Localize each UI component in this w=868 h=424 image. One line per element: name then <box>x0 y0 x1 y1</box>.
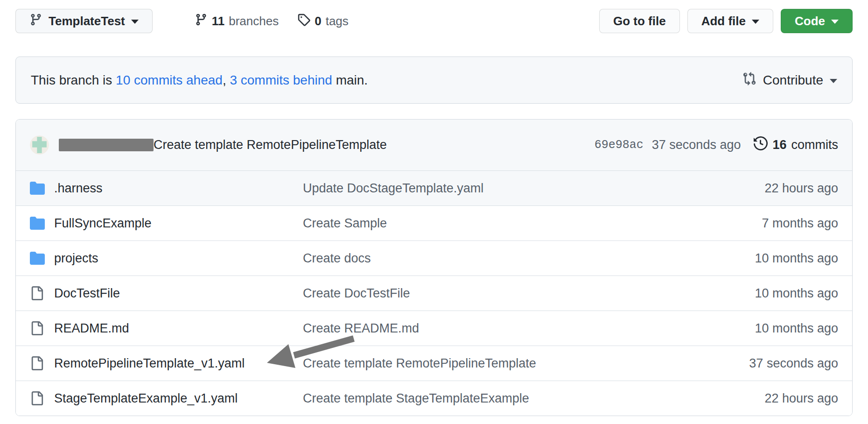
status-prefix: This branch is <box>31 73 116 87</box>
commit-history-link[interactable]: 16 commits <box>754 136 838 154</box>
add-file-label: Add file <box>701 14 746 28</box>
file-commit-message-link[interactable]: Create DocTestFile <box>303 286 755 301</box>
avatar[interactable] <box>30 135 49 155</box>
file-name-link[interactable]: projects <box>54 251 303 266</box>
branch-selector-button[interactable]: TemplateTest <box>15 9 153 33</box>
branch-status-banner: This branch is 10 commits ahead, 3 commi… <box>15 57 853 104</box>
branches-count: 11 <box>212 14 225 28</box>
file-rows: .harness Update DocStageTemplate.yaml 22… <box>16 170 852 416</box>
contribute-label: Contribute <box>763 73 823 88</box>
commit-hash-link[interactable]: 69e98ac <box>595 138 644 152</box>
go-to-file-label: Go to file <box>613 14 666 28</box>
commit-time: 37 seconds ago <box>652 138 741 152</box>
file-commit-message-link[interactable]: Create docs <box>303 251 755 266</box>
file-commit-time: 7 months ago <box>762 216 838 231</box>
file-commit-message-link[interactable]: Create Sample <box>303 216 762 231</box>
repo-page: TemplateTest 11 branches 0 tags Go to <box>0 0 868 416</box>
file-icon <box>30 391 54 405</box>
repo-meta: 11 branches 0 tags <box>195 13 349 29</box>
file-name-link[interactable]: StageTemplateExample_v1.yaml <box>54 391 303 406</box>
file-name-link[interactable]: DocTestFile <box>54 286 303 301</box>
tags-count: 0 <box>315 14 321 28</box>
status-separator: , <box>223 73 230 87</box>
chevron-down-icon <box>831 20 839 24</box>
file-row: StageTemplateExample_v1.yaml Create temp… <box>16 381 852 416</box>
chevron-down-icon <box>752 20 759 24</box>
file-row: FullSyncExample Create Sample 7 months a… <box>16 205 852 240</box>
file-commit-time: 10 months ago <box>755 251 838 266</box>
code-label: Code <box>795 14 825 28</box>
status-suffix: main. <box>332 73 368 87</box>
branch-status-text: This branch is 10 commits ahead, 3 commi… <box>31 73 368 88</box>
file-commit-time: 37 seconds ago <box>749 356 838 371</box>
branches-label: branches <box>229 14 279 28</box>
file-commit-time: 10 months ago <box>755 286 838 301</box>
file-icon <box>30 286 54 300</box>
toolbar-actions: Go to file Add file Code <box>599 9 853 33</box>
go-to-file-button[interactable]: Go to file <box>599 9 680 33</box>
file-commit-message-link[interactable]: Create template RemotePipelineTemplate <box>303 356 749 371</box>
branches-link[interactable]: 11 branches <box>195 13 279 29</box>
file-commit-time: 22 hours ago <box>764 391 838 406</box>
commits-ahead-link[interactable]: 10 commits ahead <box>116 73 223 87</box>
redacted-username <box>59 139 154 151</box>
git-branch-icon <box>195 13 208 29</box>
folder-icon <box>30 216 54 231</box>
file-row: DocTestFile Create DocTestFile 10 months… <box>16 276 852 311</box>
file-icon <box>30 321 54 335</box>
history-clock-icon <box>754 136 768 154</box>
file-row: projects Create docs 10 months ago <box>16 240 852 276</box>
file-name-link[interactable]: FullSyncExample <box>54 216 303 231</box>
folder-icon <box>30 181 54 196</box>
tag-icon <box>297 13 310 29</box>
file-commit-message-link[interactable]: Create README.md <box>303 321 755 336</box>
git-compare-icon <box>742 71 756 89</box>
file-name-link[interactable]: .harness <box>54 181 303 196</box>
add-file-button[interactable]: Add file <box>687 9 773 33</box>
tags-label: tags <box>326 14 349 28</box>
file-row: README.md Create README.md 10 months ago <box>16 311 852 346</box>
folder-icon <box>30 251 54 266</box>
commits-behind-link[interactable]: 3 commits behind <box>230 73 332 87</box>
file-table: Create template RemotePipelineTemplate 6… <box>15 119 853 416</box>
repo-toolbar: TemplateTest 11 branches 0 tags Go to <box>15 9 853 33</box>
tags-link[interactable]: 0 tags <box>297 13 349 29</box>
file-row: RemotePipelineTemplate_v1.yaml Create te… <box>16 346 852 381</box>
file-name-link[interactable]: RemotePipelineTemplate_v1.yaml <box>54 356 303 371</box>
file-icon <box>30 356 54 370</box>
file-row: .harness Update DocStageTemplate.yaml 22… <box>16 170 852 205</box>
latest-commit-header: Create template RemotePipelineTemplate 6… <box>16 120 852 170</box>
commit-message-link[interactable]: Create template RemotePipelineTemplate <box>154 138 387 152</box>
commits-count: 16 <box>772 138 786 152</box>
commit-meta: 69e98ac 37 seconds ago 16 commits <box>595 136 838 154</box>
code-button[interactable]: Code <box>781 9 853 33</box>
chevron-down-icon <box>830 79 837 83</box>
commits-label: commits <box>791 138 839 152</box>
git-branch-icon <box>29 13 42 29</box>
file-commit-time: 22 hours ago <box>764 181 838 196</box>
file-name-link[interactable]: README.md <box>54 321 303 336</box>
file-commit-message-link[interactable]: Update DocStageTemplate.yaml <box>303 181 764 196</box>
contribute-button[interactable]: Contribute <box>742 71 837 89</box>
file-commit-time: 10 months ago <box>755 321 838 336</box>
chevron-down-icon <box>131 20 139 24</box>
file-commit-message-link[interactable]: Create template StageTemplateExample <box>303 391 764 406</box>
branch-selector-label: TemplateTest <box>49 14 125 28</box>
